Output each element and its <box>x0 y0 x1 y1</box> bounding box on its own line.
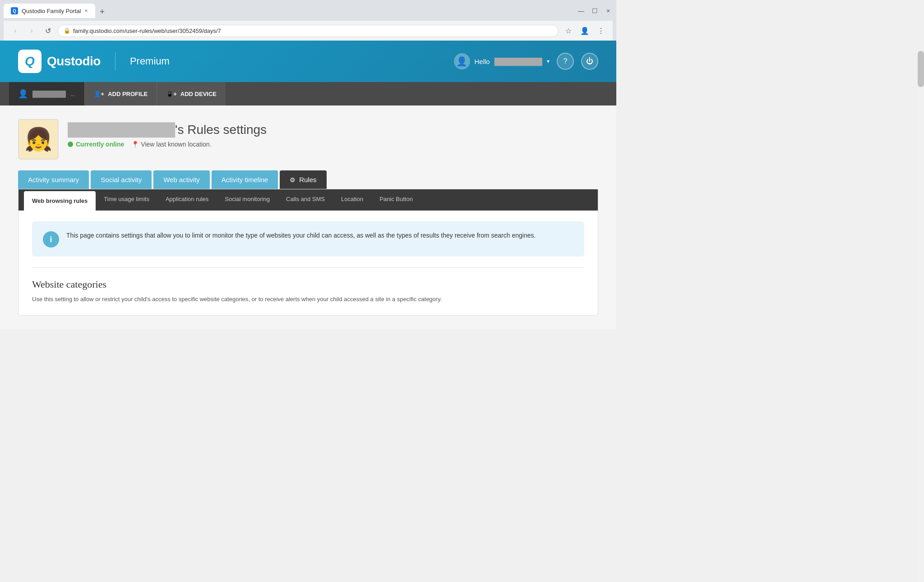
child-info: ████████████'s Rules settings Currently … <box>68 119 267 148</box>
lock-icon: 🔒 <box>64 27 70 34</box>
browser-titlebar: Q Qustodio Family Portal × + — ☐ × <box>4 4 613 18</box>
add-device-button[interactable]: 📱+ ADD DEVICE <box>157 82 226 105</box>
tab-activity-timeline[interactable]: Activity timeline <box>212 170 278 189</box>
info-icon: i <box>43 231 59 247</box>
rules-settings-suffix: 's Rules settings <box>175 123 267 137</box>
tab-title: Qustodio Family Portal <box>22 8 81 14</box>
hello-text: Hello <box>475 58 490 65</box>
subtab-web-browsing-rules[interactable]: Web browsing rules <box>24 191 96 211</box>
user-avatar: 👤 <box>454 53 470 69</box>
info-text: This page contains settings that allow y… <box>66 230 536 240</box>
subtab-panic-button[interactable]: Panic Button <box>371 189 421 211</box>
user-greeting[interactable]: 👤 Hello ██████████ ▾ <box>454 53 550 69</box>
tab-social-activity[interactable]: Social activity <box>91 170 152 189</box>
site-header: Q Qustodio Premium 👤 Hello ██████████ ▾ … <box>0 41 616 82</box>
online-dot <box>68 142 73 147</box>
tab-rules[interactable]: ⚙ Rules <box>280 170 326 189</box>
browser-chrome: Q Qustodio Family Portal × + — ☐ × ‹ › ↺… <box>0 0 616 41</box>
toolbar-actions: ☆ 👤 ⋮ <box>562 24 607 37</box>
page-content: Q Qustodio Premium 👤 Hello ██████████ ▾ … <box>0 41 616 329</box>
subtab-social-monitoring[interactable]: Social monitoring <box>217 189 278 211</box>
profile-icon: 👤 <box>18 89 28 99</box>
address-text: family.qustodio.com/user-rules/web/user/… <box>73 27 221 34</box>
add-device-icon: 📱+ <box>166 91 177 97</box>
header-right: 👤 Hello ██████████ ▾ ? ⏻ <box>454 53 598 70</box>
more-menu-button[interactable]: ⋮ <box>595 24 607 37</box>
subtab-application-rules[interactable]: Application rules <box>157 189 217 211</box>
child-name-blur: ████████████ <box>68 123 175 137</box>
address-bar[interactable]: 🔒 family.qustodio.com/user-rules/web/use… <box>58 25 559 37</box>
current-profile-tab[interactable]: 👤 ████████ ... <box>9 82 84 105</box>
minimize-button[interactable]: — <box>577 6 586 15</box>
rules-content: Web browsing rules Time usage limits App… <box>18 189 598 316</box>
online-indicator: Currently online <box>68 141 124 148</box>
browser-tab[interactable]: Q Qustodio Family Portal × <box>4 4 95 18</box>
subtab-time-usage-limits[interactable]: Time usage limits <box>96 189 157 211</box>
profile-more-dots[interactable]: ... <box>70 91 75 97</box>
plan-label: Premium <box>130 55 170 67</box>
pin-icon: 📍 <box>131 141 139 148</box>
refresh-button[interactable]: ↺ <box>42 24 54 37</box>
window-controls: — ☐ × <box>577 6 613 15</box>
tab-activity-summary[interactable]: Activity summary <box>18 170 89 189</box>
child-avatar: 👧 <box>18 119 59 160</box>
tab-close-button[interactable]: × <box>85 8 88 14</box>
logo-area: Q Qustodio Premium <box>18 50 170 73</box>
back-button[interactable]: ‹ <box>9 24 22 37</box>
section-divider <box>32 267 584 268</box>
website-categories-title: Website categories <box>32 279 584 290</box>
tab-web-activity[interactable]: Web activity <box>153 170 210 189</box>
close-window-button[interactable]: × <box>604 6 613 15</box>
main-area: 👧 ████████████'s Rules settings Currentl… <box>0 105 616 329</box>
maximize-button[interactable]: ☐ <box>590 6 599 15</box>
power-button[interactable]: ⏻ <box>581 53 598 70</box>
profile-name: ████████ <box>32 91 66 97</box>
subtab-location[interactable]: Location <box>333 189 371 211</box>
add-profile-button[interactable]: 👤+ ADD PROFILE <box>84 82 157 105</box>
info-section: i This page contains settings that allow… <box>18 211 598 315</box>
gear-icon: ⚙ <box>290 176 296 183</box>
new-tab-button[interactable]: + <box>96 5 109 18</box>
sub-tabs: Web browsing rules Time usage limits App… <box>18 189 598 211</box>
account-button[interactable]: 👤 <box>578 24 591 37</box>
location-link-text: View last known location. <box>141 141 211 148</box>
forward-button[interactable]: › <box>25 24 38 37</box>
nav-tabs: Activity summary Social activity Web act… <box>18 170 598 189</box>
website-categories-desc: Use this setting to allow or restrict yo… <box>32 295 584 304</box>
logo-name: Qustodio <box>47 54 101 69</box>
tab-bar: Q Qustodio Family Portal × + <box>4 4 109 18</box>
help-button[interactable]: ? <box>557 53 574 70</box>
bookmark-button[interactable]: ☆ <box>562 24 575 37</box>
child-name-title: ████████████'s Rules settings <box>68 123 267 137</box>
user-menu-chevron[interactable]: ▾ <box>547 58 550 64</box>
subtab-calls-and-sms[interactable]: Calls and SMS <box>278 189 333 211</box>
location-link[interactable]: 📍 View last known location. <box>131 141 211 148</box>
logo-divider <box>115 52 116 70</box>
user-name: ██████████ <box>494 58 542 65</box>
profile-bar: 👤 ████████ ... 👤+ ADD PROFILE 📱+ ADD DEV… <box>0 82 616 105</box>
add-profile-icon: 👤+ <box>94 91 105 97</box>
child-profile-header: 👧 ████████████'s Rules settings Currentl… <box>18 119 598 160</box>
tab-favicon: Q <box>11 7 18 14</box>
child-status-row: Currently online 📍 View last known locat… <box>68 141 267 148</box>
browser-toolbar: ‹ › ↺ 🔒 family.qustodio.com/user-rules/w… <box>4 21 613 41</box>
online-status: Currently online <box>76 141 124 148</box>
logo-icon: Q <box>18 50 42 73</box>
info-box: i This page contains settings that allow… <box>32 221 584 257</box>
